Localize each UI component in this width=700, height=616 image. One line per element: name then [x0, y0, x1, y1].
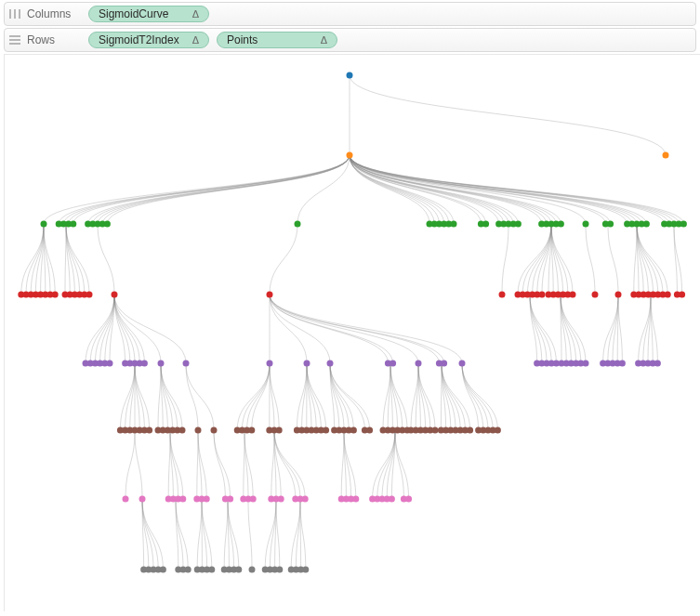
svg-point-6 — [347, 72, 353, 79]
svg-point-67 — [499, 292, 506, 298]
svg-point-211 — [278, 496, 284, 503]
svg-point-113 — [459, 360, 466, 367]
rows-label-text: Rows — [27, 33, 55, 46]
svg-point-64 — [86, 292, 93, 298]
svg-point-45 — [643, 221, 650, 228]
svg-point-103 — [158, 360, 165, 367]
svg-point-58 — [52, 292, 59, 298]
svg-point-189 — [467, 427, 473, 434]
svg-point-106 — [304, 360, 310, 367]
svg-point-18 — [104, 221, 111, 228]
svg-point-129 — [619, 360, 626, 367]
svg-point-218 — [352, 496, 359, 503]
svg-point-214 — [302, 496, 309, 503]
columns-shelf[interactable]: Columns SigmoidCurve Δ — [4, 2, 696, 26]
pill-label: SigmoidCurve — [99, 7, 185, 20]
svg-point-79 — [570, 292, 576, 298]
pill-label: SigmoidT2Index — [99, 33, 185, 46]
svg-point-203 — [204, 496, 210, 503]
viz-canvas[interactable] — [4, 54, 700, 611]
svg-point-170 — [366, 427, 373, 434]
pill-sigmoidcurve[interactable]: SigmoidCurve Δ — [88, 6, 209, 22]
rows-shelf-label: Rows — [8, 33, 88, 46]
svg-point-91 — [679, 292, 685, 298]
pill-delta-icon: Δ — [321, 34, 327, 46]
svg-point-9 — [41, 221, 47, 228]
pill-delta-icon: Δ — [192, 8, 199, 20]
svg-point-7 — [347, 152, 353, 159]
svg-point-233 — [185, 567, 192, 573]
svg-point-153 — [248, 427, 255, 434]
svg-point-97 — [107, 360, 113, 367]
svg-point-19 — [295, 221, 301, 228]
svg-point-230 — [160, 567, 166, 573]
svg-point-32 — [515, 221, 522, 228]
svg-point-102 — [141, 360, 148, 367]
rows-icon — [8, 34, 21, 46]
svg-point-107 — [327, 360, 334, 367]
svg-point-73 — [539, 292, 546, 298]
svg-point-168 — [350, 427, 357, 434]
svg-point-40 — [607, 221, 614, 228]
svg-point-50 — [680, 221, 687, 228]
pill-delta-icon: Δ — [192, 34, 199, 46]
svg-point-246 — [276, 567, 283, 573]
svg-point-13 — [70, 221, 76, 228]
svg-point-205 — [227, 496, 233, 503]
svg-point-110 — [416, 360, 422, 367]
svg-point-80 — [592, 292, 599, 298]
svg-point-195 — [123, 496, 129, 503]
svg-point-182 — [432, 427, 439, 434]
svg-point-223 — [389, 496, 395, 503]
svg-point-27 — [482, 221, 489, 228]
svg-point-242 — [249, 567, 256, 573]
svg-point-208 — [250, 496, 257, 503]
svg-point-237 — [208, 567, 215, 573]
svg-point-109 — [390, 360, 396, 367]
columns-label-text: Columns — [27, 7, 71, 20]
svg-point-38 — [583, 221, 589, 228]
columns-icon — [8, 8, 21, 20]
svg-point-141 — [146, 427, 152, 434]
tree-diagram — [5, 55, 700, 612]
pill-label: Points — [227, 33, 313, 46]
svg-point-66 — [267, 292, 273, 298]
svg-point-124 — [583, 360, 589, 367]
rows-shelf[interactable]: Rows SigmoidT2Index Δ Points Δ — [4, 28, 696, 52]
svg-point-194 — [495, 427, 501, 434]
svg-point-147 — [179, 427, 186, 434]
svg-point-163 — [323, 427, 329, 434]
svg-point-148 — [195, 427, 202, 434]
svg-point-149 — [211, 427, 218, 434]
svg-point-196 — [139, 496, 146, 503]
svg-point-241 — [235, 567, 242, 573]
svg-point-89 — [665, 292, 671, 298]
svg-point-37 — [558, 221, 564, 228]
svg-point-104 — [183, 360, 190, 367]
svg-point-250 — [302, 567, 309, 573]
svg-point-81 — [615, 292, 622, 298]
svg-point-225 — [405, 496, 412, 503]
pill-sigmoidt2index[interactable]: SigmoidT2Index Δ — [88, 32, 209, 48]
svg-point-25 — [451, 221, 457, 228]
svg-point-156 — [276, 427, 283, 434]
columns-shelf-label: Columns — [8, 7, 88, 20]
svg-point-65 — [112, 292, 118, 298]
svg-point-112 — [441, 360, 447, 367]
pill-points[interactable]: Points Δ — [217, 32, 337, 48]
svg-point-105 — [267, 360, 273, 367]
svg-point-200 — [179, 496, 186, 503]
svg-point-8 — [663, 152, 669, 159]
svg-point-134 — [654, 360, 661, 367]
